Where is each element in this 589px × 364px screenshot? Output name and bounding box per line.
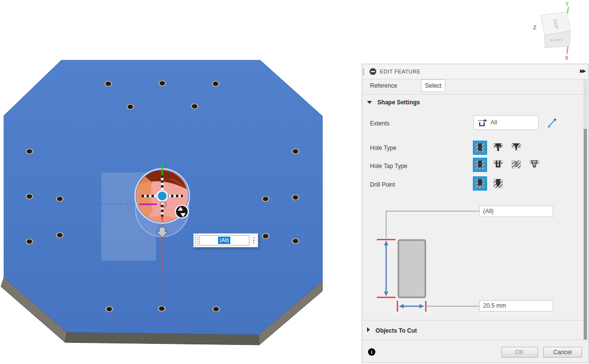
cancel-button[interactable]: Cancel: [543, 347, 582, 358]
extent-all-icon: [477, 118, 487, 127]
model-viewport: [0, 0, 343, 364]
edit-feature-dialog: EDIT FEATURE ▶▶ Reference Select Shape S…: [362, 64, 589, 363]
tap-tapped-icon: [510, 159, 522, 171]
flip-extent-direction-icon[interactable]: [547, 118, 558, 128]
depth-value-field[interactable]: (All): [479, 206, 553, 217]
objects-to-cut-section-header[interactable]: Objects To Cut: [367, 327, 417, 334]
flip-direction-icon[interactable]: [175, 205, 188, 218]
collapse-panel-icon[interactable]: ▶▶: [580, 68, 585, 73]
diameter-value-field[interactable]: 20.5 mm: [479, 300, 553, 312]
feature-minus-icon: [369, 68, 376, 75]
reference-select-button[interactable]: Select: [421, 79, 445, 92]
drill-angle-icon: [492, 177, 504, 190]
drill-flat-icon: [474, 177, 486, 190]
hole-countersink-icon: [510, 142, 522, 154]
divider: [362, 94, 589, 95]
extents-dropdown[interactable]: All: [473, 115, 539, 130]
tap-taper-tapped-icon: [528, 159, 540, 171]
center-point-handle: [157, 191, 168, 201]
dialog-drag-grip-icon[interactable]: [363, 68, 364, 75]
hole-tap-type-label: Hole Tap Type: [370, 163, 407, 170]
hole-type-countersink-button[interactable]: [509, 141, 523, 155]
depth-value-input[interactable]: (All): [199, 235, 249, 245]
tap-type-taper-tapped-button[interactable]: [527, 158, 541, 172]
drill-point-label: Drill Point: [370, 181, 395, 188]
shape-settings-section-header[interactable]: Shape Settings: [367, 99, 420, 106]
selected-text: (All): [218, 237, 231, 244]
hole-profile-diagram: [362, 64, 589, 364]
tap-type-tapped-button[interactable]: [509, 158, 523, 172]
tap-simple-icon: [474, 159, 486, 171]
viewcube[interactable]: Y TOP RIGHT Z X: [529, 0, 578, 66]
drill-point-angle-button[interactable]: [491, 176, 505, 191]
axis-x-label: X: [565, 55, 568, 61]
hole-simple-icon: [474, 142, 486, 154]
hole-type-label: Hole Type: [370, 145, 396, 151]
main-canvas: (All) Y TOP RIGHT Z X EDIT FEATURE ▶▶ Re…: [0, 0, 589, 364]
axis-x-line: [567, 47, 568, 54]
collapse-arrow-icon: [367, 101, 372, 104]
extents-label: Extents: [370, 120, 390, 127]
scrollbar-thumb[interactable]: [584, 129, 587, 340]
kebab-menu-icon[interactable]: [250, 234, 258, 247]
axis-y-line: [567, 7, 568, 13]
viewcube-front-label: RIGHT: [550, 38, 564, 42]
hole-type-simple-button[interactable]: [473, 141, 487, 155]
divider: [362, 340, 589, 340]
dialog-header[interactable]: EDIT FEATURE ▶▶: [362, 64, 589, 79]
divider: [362, 320, 589, 320]
axis-z-label: Z: [533, 24, 537, 30]
tap-clearance-icon: [492, 159, 504, 171]
axis-y-label: Y: [565, 1, 569, 7]
tap-type-simple-button[interactable]: [473, 158, 487, 172]
expand-arrow-icon: [367, 327, 370, 332]
drag-grip-icon[interactable]: [194, 234, 198, 247]
dialog-title: EDIT FEATURE: [380, 69, 420, 74]
info-icon[interactable]: i: [368, 348, 375, 356]
floating-depth-input-widget: (All): [193, 233, 258, 247]
reference-label: Reference: [370, 82, 397, 89]
tap-type-clearance-button[interactable]: [491, 158, 505, 172]
hole-counterbore-icon: [492, 142, 504, 154]
hole-profile-rect: [398, 240, 425, 297]
extents-value: All: [491, 119, 497, 126]
ok-button[interactable]: OK: [501, 347, 538, 358]
drill-point-flat-button[interactable]: [473, 176, 487, 191]
hole-type-counterbore-button[interactable]: [491, 141, 505, 155]
